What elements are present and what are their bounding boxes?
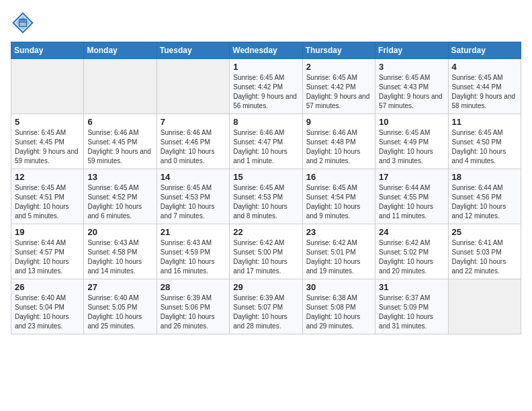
weekday-header: Sunday: [11, 42, 84, 59]
day-number: 30: [306, 282, 371, 292]
day-number: 2: [306, 62, 371, 72]
day-info: Sunrise: 6:45 AM Sunset: 4:54 PM Dayligh…: [306, 183, 371, 221]
calendar-cell: 11Sunrise: 6:45 AM Sunset: 4:50 PM Dayli…: [448, 114, 521, 169]
day-info: Sunrise: 6:44 AM Sunset: 4:57 PM Dayligh…: [15, 238, 80, 276]
calendar-week-row: 19Sunrise: 6:44 AM Sunset: 4:57 PM Dayli…: [11, 224, 521, 279]
weekday-header: Monday: [84, 42, 157, 59]
calendar-cell: 28Sunrise: 6:39 AM Sunset: 5:06 PM Dayli…: [157, 279, 229, 334]
logo: [11, 11, 38, 35]
calendar-cell: 15Sunrise: 6:45 AM Sunset: 4:53 PM Dayli…: [230, 169, 302, 224]
calendar-cell: [84, 59, 157, 114]
day-info: Sunrise: 6:39 AM Sunset: 5:06 PM Dayligh…: [161, 293, 226, 331]
calendar-cell: 30Sunrise: 6:38 AM Sunset: 5:08 PM Dayli…: [302, 279, 375, 334]
day-info: Sunrise: 6:45 AM Sunset: 4:51 PM Dayligh…: [15, 183, 80, 221]
calendar-cell: 12Sunrise: 6:45 AM Sunset: 4:51 PM Dayli…: [11, 169, 84, 224]
calendar-week-row: 1Sunrise: 6:45 AM Sunset: 4:42 PM Daylig…: [11, 59, 521, 114]
day-number: 29: [233, 282, 298, 292]
calendar-cell: 10Sunrise: 6:45 AM Sunset: 4:49 PM Dayli…: [375, 114, 448, 169]
calendar-cell: 13Sunrise: 6:45 AM Sunset: 4:52 PM Dayli…: [84, 169, 157, 224]
page-header: [11, 11, 521, 35]
day-info: Sunrise: 6:46 AM Sunset: 4:46 PM Dayligh…: [161, 128, 226, 166]
weekday-header: Thursday: [302, 42, 375, 59]
calendar-cell: [157, 59, 229, 114]
calendar-cell: 6Sunrise: 6:46 AM Sunset: 4:45 PM Daylig…: [84, 114, 157, 169]
day-info: Sunrise: 6:45 AM Sunset: 4:50 PM Dayligh…: [452, 128, 517, 166]
calendar-week-row: 12Sunrise: 6:45 AM Sunset: 4:51 PM Dayli…: [11, 169, 521, 224]
calendar-cell: 4Sunrise: 6:45 AM Sunset: 4:44 PM Daylig…: [448, 59, 521, 114]
day-info: Sunrise: 6:45 AM Sunset: 4:42 PM Dayligh…: [306, 73, 371, 111]
logo-icon: [11, 11, 35, 35]
day-number: 20: [87, 227, 152, 237]
day-info: Sunrise: 6:43 AM Sunset: 4:59 PM Dayligh…: [161, 238, 226, 276]
calendar-cell: 16Sunrise: 6:45 AM Sunset: 4:54 PM Dayli…: [302, 169, 375, 224]
day-number: 4: [452, 62, 517, 72]
calendar-cell: 2Sunrise: 6:45 AM Sunset: 4:42 PM Daylig…: [302, 59, 375, 114]
day-number: 12: [15, 172, 80, 182]
day-info: Sunrise: 6:45 AM Sunset: 4:45 PM Dayligh…: [15, 128, 80, 166]
day-number: 15: [233, 172, 298, 182]
day-number: 3: [379, 62, 444, 72]
calendar-week-row: 5Sunrise: 6:45 AM Sunset: 4:45 PM Daylig…: [11, 114, 521, 169]
calendar-week-row: 26Sunrise: 6:40 AM Sunset: 5:04 PM Dayli…: [11, 279, 521, 334]
day-number: 28: [161, 282, 226, 292]
day-info: Sunrise: 6:46 AM Sunset: 4:45 PM Dayligh…: [87, 128, 152, 166]
calendar-cell: 14Sunrise: 6:45 AM Sunset: 4:53 PM Dayli…: [157, 169, 229, 224]
calendar-cell: 18Sunrise: 6:44 AM Sunset: 4:56 PM Dayli…: [448, 169, 521, 224]
calendar-cell: [448, 279, 521, 334]
day-number: 8: [233, 117, 298, 127]
calendar-cell: 29Sunrise: 6:39 AM Sunset: 5:07 PM Dayli…: [230, 279, 302, 334]
day-number: 10: [379, 117, 444, 127]
day-number: 13: [87, 172, 152, 182]
day-info: Sunrise: 6:45 AM Sunset: 4:53 PM Dayligh…: [161, 183, 226, 221]
calendar-cell: 5Sunrise: 6:45 AM Sunset: 4:45 PM Daylig…: [11, 114, 84, 169]
calendar-cell: 24Sunrise: 6:42 AM Sunset: 5:02 PM Dayli…: [375, 224, 448, 279]
day-info: Sunrise: 6:37 AM Sunset: 5:09 PM Dayligh…: [379, 293, 444, 331]
weekday-header-row: SundayMondayTuesdayWednesdayThursdayFrid…: [11, 42, 521, 59]
day-number: 6: [87, 117, 152, 127]
calendar-table: SundayMondayTuesdayWednesdayThursdayFrid…: [11, 42, 521, 334]
day-info: Sunrise: 6:42 AM Sunset: 5:00 PM Dayligh…: [233, 238, 298, 276]
day-info: Sunrise: 6:44 AM Sunset: 4:55 PM Dayligh…: [379, 183, 444, 221]
calendar-cell: 3Sunrise: 6:45 AM Sunset: 4:43 PM Daylig…: [375, 59, 448, 114]
calendar-cell: 1Sunrise: 6:45 AM Sunset: 4:42 PM Daylig…: [230, 59, 302, 114]
day-info: Sunrise: 6:43 AM Sunset: 4:58 PM Dayligh…: [87, 238, 152, 276]
day-number: 11: [452, 117, 517, 127]
weekday-header: Friday: [375, 42, 448, 59]
day-number: 24: [379, 227, 444, 237]
day-info: Sunrise: 6:45 AM Sunset: 4:53 PM Dayligh…: [233, 183, 298, 221]
day-number: 19: [15, 227, 80, 237]
calendar-cell: 31Sunrise: 6:37 AM Sunset: 5:09 PM Dayli…: [375, 279, 448, 334]
day-number: 5: [15, 117, 80, 127]
day-info: Sunrise: 6:42 AM Sunset: 5:02 PM Dayligh…: [379, 238, 444, 276]
day-number: 23: [306, 227, 371, 237]
weekday-header: Saturday: [448, 42, 521, 59]
day-number: 17: [379, 172, 444, 182]
day-info: Sunrise: 6:45 AM Sunset: 4:43 PM Dayligh…: [379, 73, 444, 111]
calendar-cell: 9Sunrise: 6:46 AM Sunset: 4:48 PM Daylig…: [302, 114, 375, 169]
day-number: 26: [15, 282, 80, 292]
day-info: Sunrise: 6:45 AM Sunset: 4:44 PM Dayligh…: [452, 73, 517, 111]
day-number: 14: [161, 172, 226, 182]
day-number: 25: [452, 227, 517, 237]
calendar-cell: [11, 59, 84, 114]
weekday-header: Wednesday: [230, 42, 302, 59]
day-info: Sunrise: 6:44 AM Sunset: 4:56 PM Dayligh…: [452, 183, 517, 221]
calendar-cell: 23Sunrise: 6:42 AM Sunset: 5:01 PM Dayli…: [302, 224, 375, 279]
day-number: 27: [87, 282, 152, 292]
day-info: Sunrise: 6:40 AM Sunset: 5:05 PM Dayligh…: [87, 293, 152, 331]
day-number: 7: [161, 117, 226, 127]
calendar-cell: 25Sunrise: 6:41 AM Sunset: 5:03 PM Dayli…: [448, 224, 521, 279]
day-number: 16: [306, 172, 371, 182]
calendar-cell: 26Sunrise: 6:40 AM Sunset: 5:04 PM Dayli…: [11, 279, 84, 334]
day-info: Sunrise: 6:45 AM Sunset: 4:52 PM Dayligh…: [87, 183, 152, 221]
day-number: 1: [233, 62, 298, 72]
day-info: Sunrise: 6:39 AM Sunset: 5:07 PM Dayligh…: [233, 293, 298, 331]
calendar-cell: 8Sunrise: 6:46 AM Sunset: 4:47 PM Daylig…: [230, 114, 302, 169]
day-info: Sunrise: 6:46 AM Sunset: 4:48 PM Dayligh…: [306, 128, 371, 166]
weekday-header: Tuesday: [157, 42, 229, 59]
day-info: Sunrise: 6:45 AM Sunset: 4:42 PM Dayligh…: [233, 73, 298, 111]
day-number: 18: [452, 172, 517, 182]
day-number: 9: [306, 117, 371, 127]
calendar-cell: 17Sunrise: 6:44 AM Sunset: 4:55 PM Dayli…: [375, 169, 448, 224]
calendar-cell: 21Sunrise: 6:43 AM Sunset: 4:59 PM Dayli…: [157, 224, 229, 279]
